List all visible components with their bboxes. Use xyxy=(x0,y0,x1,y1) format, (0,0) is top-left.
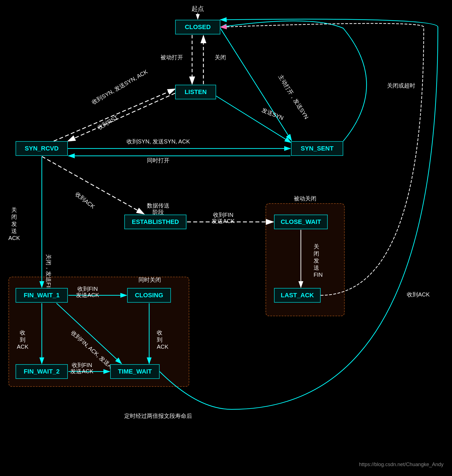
passive-close-label: 被动关闭 xyxy=(294,195,316,202)
time-wait-state: TIME_WAIT xyxy=(110,364,160,379)
closing-rcv-ack-label2: 到 xyxy=(157,337,162,343)
watermark: https://blog.csdn.net/Chuangke_Andy xyxy=(359,462,444,468)
active-open-label: 主动打开，发送SYN xyxy=(277,73,310,120)
close-snd-ack-label3: 发 xyxy=(11,221,17,227)
snd-syn-label: 发送SYN xyxy=(261,107,284,121)
data-transfer-label-2: 阶段 xyxy=(153,209,164,215)
close-snd-ack-label2: 闭 xyxy=(11,214,17,220)
syn-sent-state: SYN_SENT xyxy=(291,141,343,156)
fin-wait-1-state: FIN_WAIT_1 xyxy=(16,288,68,303)
syn-rcvd-state: SYN_RCVD xyxy=(16,141,68,156)
fw1-rcv-ack-label2: 到 xyxy=(20,337,25,343)
rcv-fin-snd-ack-label-2: 发送ACK xyxy=(212,218,235,224)
close-snd-ack-label5: ACK xyxy=(8,235,20,241)
close-snd-fin-label5: FIN xyxy=(314,272,323,278)
fin-wait-2-state: FIN_WAIT_2 xyxy=(16,364,68,379)
fw1-rcv-fin-label: 收到FIN xyxy=(77,286,98,292)
listen-state: LISTEN xyxy=(175,85,216,99)
close-snd-fin-label3: 发 xyxy=(314,257,319,264)
timer-note-label: 定时经过两倍报文段寿命后 xyxy=(124,413,192,419)
close-snd-fin-label2: 闭 xyxy=(314,250,319,257)
close-snd-ack-label4: 送 xyxy=(11,228,17,234)
rcv-fin-snd-ack-label: 收到FIN xyxy=(213,212,233,218)
established-state: ESTABLISTHED xyxy=(124,215,186,229)
rcv-syn-snd-syn-ack-label: 收到SYN, 发送SYN, ACK xyxy=(91,68,149,106)
rcv-rst-label: 收到RST xyxy=(96,114,119,131)
fw2-rcv-fin-label2: 发送ACK xyxy=(70,368,94,374)
simultaneous-close-label: 同时关闭 xyxy=(138,277,161,283)
close-snd-ack-label: 关 xyxy=(11,207,17,213)
rcv-ack-label: 收到ACK xyxy=(74,191,96,210)
arrows-svg: 起点 被动打开 关闭 主动打开，发送SYN 发送SYN 收到SYN, 发送SYN… xyxy=(0,0,452,476)
passive-open-1-label: 被动打开 xyxy=(160,54,183,60)
close-timeout-label: 关闭或超时 xyxy=(387,82,415,89)
diagram-container: 起点 被动打开 关闭 主动打开，发送SYN 发送SYN 收到SYN, 发送SYN… xyxy=(0,0,452,476)
fw2-rcv-fin-label: 收到FIN xyxy=(72,362,92,368)
data-transfer-label: 数据传送 xyxy=(147,202,169,209)
close-label-1: 关闭 xyxy=(215,54,226,60)
svg-line-19 xyxy=(56,303,121,364)
simultaneous-open-label: 同时打开 xyxy=(147,157,169,163)
close-snd-fin-label: 关 xyxy=(314,243,319,250)
closing-rcv-ack-label: 收 xyxy=(157,329,162,336)
fw1-rcv-ack-label3: ACK xyxy=(17,344,29,350)
fw1-rcv-ack-label: 收 xyxy=(20,329,25,336)
start-label: 起点 xyxy=(192,5,204,12)
closing-rcv-ack-label3: ACK xyxy=(157,344,169,350)
rcv-ack-last-label: 收到ACK xyxy=(407,291,430,298)
close-wait-state: CLOSE_WAIT xyxy=(274,215,328,229)
close-snd-fin-label-diag: 关闭，发送FIN xyxy=(45,254,52,291)
svg-line-6 xyxy=(220,28,292,141)
closing-state: CLOSING xyxy=(127,288,171,303)
svg-line-8 xyxy=(68,93,175,141)
closed-state: CLOSED xyxy=(175,20,220,34)
fw1-rcv-fin-label2: 发送ACK xyxy=(76,292,99,298)
last-ack-state: LAST_ACK xyxy=(274,288,321,303)
rcv-syn-snd-label-2: 收到SYN, 发送SYN, ACK xyxy=(127,138,190,145)
close-snd-fin-label4: 送 xyxy=(314,265,319,271)
